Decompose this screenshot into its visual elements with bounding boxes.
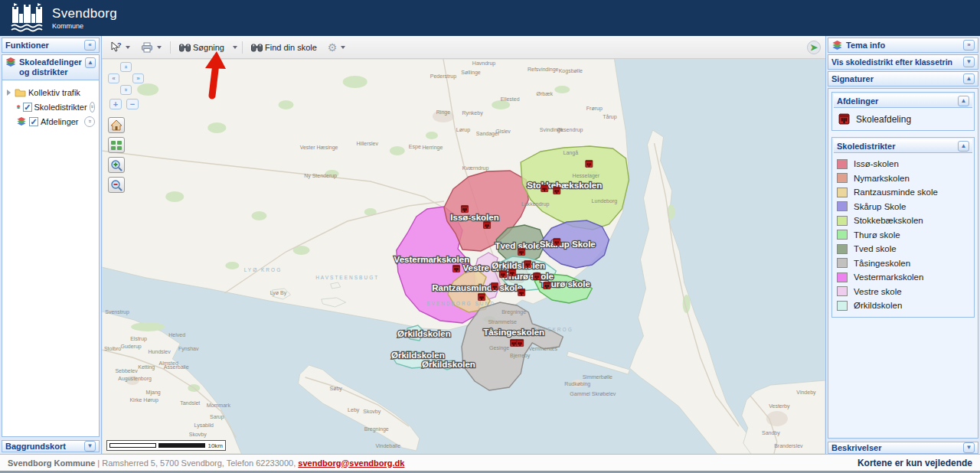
expand-caret-icon[interactable] (7, 90, 11, 96)
print-button[interactable] (137, 41, 165, 54)
pan-down-button[interactable]: » (120, 85, 132, 95)
logo-subtitle: Kommune (52, 22, 117, 30)
expand-baggrundskort-button[interactable]: ▼ (84, 441, 96, 452)
tema-info-header[interactable]: Tema info » (828, 38, 978, 53)
school-marker[interactable] (483, 221, 490, 228)
town-label: Sandby (762, 430, 780, 436)
expand-class-filter-button[interactable]: ▼ (963, 57, 975, 67)
school-marker[interactable] (554, 187, 560, 194)
legend-label: Stokkebækskolen (854, 216, 923, 225)
school-marker[interactable] (491, 282, 498, 289)
district-label: Tåsingeskolen (483, 328, 544, 337)
tree-item-afdelinger[interactable]: ✓ Afdelinger » (4, 114, 97, 129)
school-marker[interactable] (461, 205, 468, 212)
town-label: Herringe (422, 145, 443, 151)
school-marker[interactable] (524, 260, 531, 267)
zoom-box-out-button[interactable] (108, 177, 125, 193)
school-marker[interactable] (541, 184, 548, 191)
signaturer-bar[interactable]: Signaturer ▲ (828, 71, 978, 86)
legend-label: Thurø skole (854, 230, 900, 240)
school-marker[interactable] (518, 248, 525, 255)
school-marker[interactable] (478, 293, 485, 300)
school-marker[interactable] (554, 238, 560, 245)
search-dropdown-arrow-icon[interactable] (233, 46, 237, 49)
tree-item-kollektiv-trafik[interactable]: Kollektiv trafik (4, 85, 97, 99)
refresh-map-button[interactable]: ➤ (807, 41, 821, 54)
zoom-box-in-button[interactable] (108, 157, 125, 173)
map-svg[interactable]: RingeKværndrupGislevØrbækEllestedFrørupT… (102, 59, 825, 454)
legend-item-skoleafdeling: Skoleafdeling (832, 108, 974, 130)
school-marker[interactable] (544, 282, 550, 289)
dropdown-arrow-icon (126, 46, 130, 49)
school-marker[interactable] (509, 269, 516, 276)
legend-label: Issø-skolen (854, 159, 899, 168)
beskrivelser-bar[interactable]: Beskrivelser ▼ (828, 442, 978, 454)
collapse-left-panel-button[interactable]: « (84, 40, 96, 51)
layer-group-header[interactable]: Skoleafdelinger og distrikter ▲ (2, 55, 99, 80)
town-label: Lakkendrup (521, 201, 550, 207)
collapse-afdelinger-button[interactable]: ▲ (958, 96, 969, 106)
town-label: Havndrup (472, 60, 495, 67)
forest-patch (554, 86, 570, 93)
layer-options-button[interactable]: » (90, 102, 95, 113)
collapse-group-button[interactable]: ▲ (85, 57, 96, 68)
footer-email-link[interactable]: svendborg@svendborg.dk (298, 458, 404, 468)
baggrundskort-label: Baggrundskort (5, 442, 66, 451)
collapse-skoledistrikter-button[interactable]: ▲ (958, 141, 969, 152)
school-marker[interactable] (534, 272, 541, 279)
afdelinger-legend-header[interactable]: Afdelinger ▲ (834, 94, 972, 108)
town-label: Stolbro (104, 346, 121, 351)
collapse-right-panel-button[interactable]: » (963, 40, 975, 51)
zoom-in-button[interactable]: + (109, 99, 122, 109)
skoledistrikter-checkbox[interactable]: ✓ (23, 103, 31, 112)
town-label: Pederstrup (430, 73, 456, 80)
layers-icon (831, 41, 843, 51)
sea-label: SVENDBORG SUND (426, 301, 495, 306)
home-extent-button[interactable] (108, 117, 125, 133)
skoledistrikter-label: Skoledistrikter (837, 142, 895, 151)
collapse-signaturer-button[interactable]: ▲ (963, 73, 975, 84)
pan-up-button[interactable]: » (120, 62, 132, 72)
legend-color-swatch (837, 244, 848, 254)
district-label: Vestermarkskolen (394, 255, 470, 264)
afdelinger-checkbox[interactable]: ✓ (29, 117, 38, 126)
map-canvas[interactable]: RingeKværndrupGislevØrbækEllestedFrørupT… (102, 59, 825, 454)
school-marker[interactable] (500, 270, 507, 277)
school-marker[interactable] (517, 339, 524, 346)
town-label: Langå (564, 150, 579, 156)
tree-item-skoledistrikter[interactable]: ✓ Skoledistrikter » (4, 99, 97, 114)
school-marker[interactable] (452, 265, 459, 272)
forest-patch (165, 191, 184, 202)
identify-tool-button[interactable]: ? (106, 40, 134, 54)
town-label: Hundslev (149, 349, 172, 354)
town-label: Ellested (501, 96, 520, 102)
full-extent-button[interactable] (108, 137, 125, 153)
svendborg-kommune-logo: Svendborg Kommune (11, 3, 117, 34)
skoledistrikter-legend-header[interactable]: Skoledistrikter ▲ (834, 139, 972, 153)
search-button[interactable]: Søgning (175, 41, 228, 54)
district-legend-list: Issø-skolenNymarkskolenRantzausminde sko… (832, 153, 974, 317)
expand-beskrivelser-button[interactable]: ▼ (963, 442, 975, 453)
zoom-out-button[interactable]: − (126, 99, 139, 109)
layer-group-title: Skoleafdelinger og distrikter (19, 57, 82, 77)
binoculars-icon (251, 43, 263, 52)
find-din-skole-button[interactable]: Find din skole (247, 41, 321, 54)
settings-button[interactable]: ⚙ (324, 41, 350, 54)
town-label: Elstrup (130, 336, 147, 342)
functions-panel-header[interactable]: Funktioner « (2, 38, 100, 53)
logo-title: Svendborg (52, 6, 117, 21)
school-marker[interactable] (518, 289, 525, 295)
town-label: Ketting (138, 364, 155, 370)
pan-left-button[interactable]: « (108, 73, 119, 83)
school-marker[interactable] (586, 160, 593, 167)
class-filter-bar[interactable]: Vis skoledistrikt efter klassetrin ▼ (828, 54, 978, 70)
footer-disclaimer: Kortene er kun vejledende (858, 458, 972, 468)
pan-right-button[interactable]: » (132, 73, 144, 83)
afdelinger-legend-panel: Afdelinger ▲ Skoleafdeling (831, 92, 975, 131)
town-label: Mjang (146, 390, 161, 396)
forest-patch (426, 132, 438, 139)
layer-options-button[interactable]: » (84, 116, 95, 127)
tree-item-label: Afdelinger (41, 117, 79, 126)
town-label: Svenstrup (105, 309, 129, 315)
baggrundskort-bar[interactable]: Baggrundskort ▼ (2, 440, 100, 452)
